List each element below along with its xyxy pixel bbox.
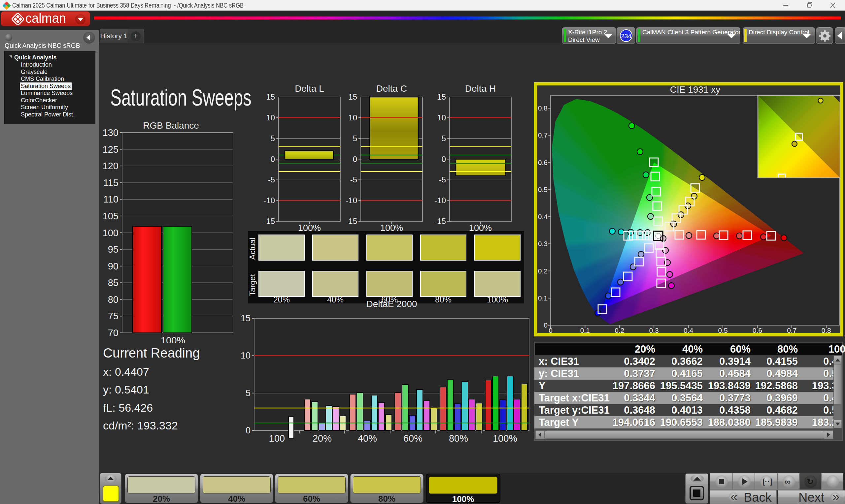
svg-text:75: 75 [108,311,119,321]
svg-text:0.5: 0.5 [718,326,727,333]
svg-text:10: 10 [266,113,275,122]
svg-text:95: 95 [108,244,119,255]
svg-text:15: 15 [348,92,357,101]
svg-text:-10: -10 [434,196,446,205]
svg-text:105: 105 [103,211,119,221]
svg-text:0.5: 0.5 [538,186,548,193]
svg-text:5: 5 [246,388,250,398]
svg-text:15: 15 [241,313,250,323]
svg-text:-5: -5 [439,175,446,184]
svg-text:0.6: 0.6 [538,159,548,166]
svg-text:0.3: 0.3 [538,240,548,247]
svg-text:-5: -5 [268,175,275,184]
svg-text:10: 10 [348,113,357,122]
svg-text:10: 10 [241,350,250,361]
svg-text:0.4: 0.4 [684,326,693,333]
svg-text:130: 130 [103,127,119,138]
svg-text:0: 0 [544,321,548,329]
svg-text:85: 85 [108,277,119,288]
svg-text:5: 5 [271,134,275,143]
svg-text:0.6: 0.6 [753,326,762,333]
svg-text:-15: -15 [346,217,357,226]
svg-text:0.1: 0.1 [580,326,590,333]
svg-text:-15: -15 [263,217,275,226]
svg-text:0: 0 [353,155,357,164]
svg-text:90: 90 [108,261,119,271]
svg-text:Delta C: Delta C [376,84,407,94]
svg-text:0: 0 [549,326,552,333]
svg-text:RGB Balance: RGB Balance [143,120,199,131]
svg-text:0.4: 0.4 [538,213,548,220]
svg-text:0.8: 0.8 [538,104,548,112]
svg-text:0.7: 0.7 [538,131,548,139]
svg-text:Delta H: Delta H [465,84,496,94]
svg-text:0.2: 0.2 [615,326,624,333]
svg-text:100: 100 [269,433,285,444]
svg-text:0.3: 0.3 [649,326,659,333]
svg-text:110: 110 [103,194,119,204]
svg-text:Delta L: Delta L [295,84,324,94]
svg-text:-10: -10 [346,196,357,205]
svg-text:40%: 40% [358,433,377,444]
svg-text:CIE 1931 xy: CIE 1931 xy [670,86,721,95]
svg-text:5: 5 [353,134,357,143]
svg-text:5: 5 [442,134,446,143]
svg-text:115: 115 [103,178,119,188]
svg-text:0.2: 0.2 [538,267,548,275]
svg-text:15: 15 [437,92,446,101]
svg-text:DeltaE 2000: DeltaE 2000 [366,299,417,309]
svg-text:0: 0 [271,155,275,164]
svg-text:10: 10 [437,113,446,122]
svg-text:100%: 100% [493,433,517,444]
svg-text:0.8: 0.8 [822,326,831,333]
svg-text:100%: 100% [161,335,185,343]
svg-text:80: 80 [108,294,119,305]
svg-text:80%: 80% [449,433,468,444]
svg-text:20%: 20% [313,433,332,444]
svg-text:0.7: 0.7 [787,326,796,333]
svg-text:0: 0 [246,426,250,435]
svg-text:125: 125 [103,144,119,155]
svg-text:100: 100 [103,228,119,238]
svg-text:70: 70 [108,327,119,338]
svg-text:-15: -15 [434,217,446,226]
svg-text:-5: -5 [350,175,357,184]
svg-text:0.1: 0.1 [538,294,548,302]
svg-text:60%: 60% [403,433,423,444]
svg-text:0: 0 [442,155,446,164]
svg-text:-10: -10 [263,196,275,205]
svg-text:120: 120 [103,161,119,171]
svg-text:15: 15 [266,92,275,101]
